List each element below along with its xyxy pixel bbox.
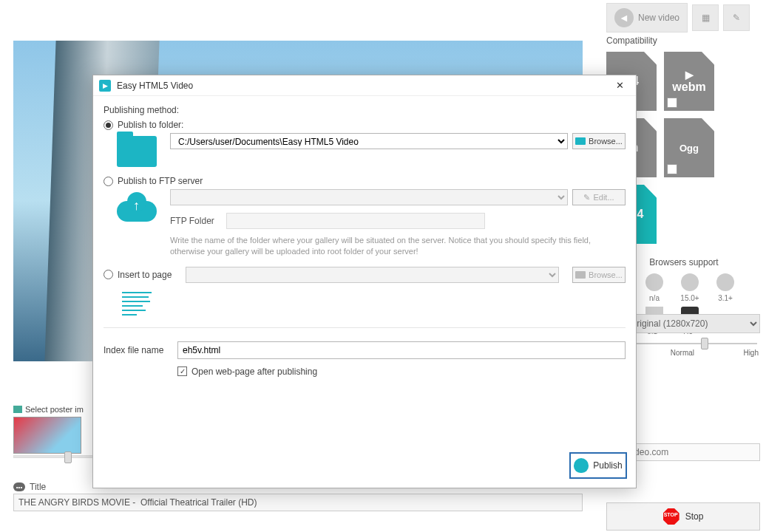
checkbox-icon[interactable]: [667, 164, 677, 174]
stop-label: Stop: [685, 511, 704, 522]
ftp-folder-label: FTP Folder: [170, 216, 214, 226]
radio-icon: [104, 120, 113, 130]
ftp-folder-input: [226, 213, 485, 229]
ftp-server-select: [170, 189, 568, 205]
dialog-title: Easy HTML5 Video: [117, 81, 609, 91]
cloud-upload-icon: ↑: [117, 192, 157, 222]
title-label: Title: [30, 482, 46, 492]
slider-normal: Normal: [671, 349, 694, 357]
image-icon: [13, 406, 22, 413]
ie-icon: [645, 273, 663, 291]
radio-icon: [104, 177, 113, 186]
new-video-button[interactable]: ◄ New video: [606, 3, 688, 33]
safari-icon: [716, 273, 734, 291]
close-button[interactable]: ✕: [609, 78, 630, 93]
publish-label: Publish: [593, 460, 622, 471]
radio-insert-page[interactable]: Insert to page Browse...: [104, 267, 626, 283]
browser-ie: n/a: [642, 273, 667, 302]
slider-high: High: [743, 349, 759, 357]
poster-label: Select poster im: [25, 405, 84, 414]
pencil-icon: ✎: [583, 193, 590, 202]
format-ogg[interactable]: Ogg: [664, 118, 714, 177]
stop-icon: [663, 508, 679, 525]
publish-button[interactable]: Publish: [569, 452, 627, 479]
film-button[interactable]: ▦: [692, 4, 719, 31]
index-label: Index file name: [104, 345, 177, 355]
title-input[interactable]: [13, 494, 583, 511]
browse-page-button: Browse...: [572, 267, 626, 283]
format-webm[interactable]: ▶webm: [664, 52, 714, 111]
wand-icon: ✎: [733, 13, 740, 23]
radio-publish-folder[interactable]: Publish to folder:: [104, 120, 626, 130]
poster-thumbnail[interactable]: [13, 417, 81, 454]
radio-icon: [104, 270, 113, 279]
folder-icon: [117, 136, 157, 167]
dots-icon: •••: [13, 482, 25, 491]
browse-folder-button[interactable]: Browse...: [572, 133, 626, 149]
insert-page-label: Insert to page: [118, 270, 181, 280]
new-video-label: New video: [638, 13, 679, 23]
film-icon: ▦: [702, 13, 710, 23]
wand-button[interactable]: ✎: [723, 4, 750, 31]
folder-path-select[interactable]: C:/Users/user/Documents\Easy HTML5 Video: [170, 133, 568, 149]
opera-icon: [681, 273, 699, 291]
insert-page-select: [186, 267, 559, 283]
stop-button[interactable]: Stop: [606, 502, 760, 531]
pub-method-heading: Publishing method:: [104, 105, 626, 115]
page-lines-icon: [121, 290, 153, 317]
checkbox-icon: ✓: [177, 366, 187, 376]
folder-sm-icon: [575, 271, 586, 279]
index-file-input[interactable]: [177, 341, 626, 359]
publish-dialog: ▶ Easy HTML5 Video ✕ Publishing method: …: [92, 75, 637, 488]
radio-publish-ftp[interactable]: Publish to FTP server: [104, 176, 626, 186]
publish-ftp-label: Publish to FTP server: [118, 176, 203, 186]
resolution-dropdown[interactable]: Original (1280x720): [625, 316, 759, 332]
compatibility-label: Compatibility: [606, 35, 762, 46]
open-after-checkbox[interactable]: ✓ Open web-page after publishing: [177, 366, 626, 377]
checkbox-icon[interactable]: [667, 98, 677, 108]
close-icon: ✕: [616, 80, 624, 91]
edit-ftp-button: ✎Edit...: [572, 189, 626, 205]
open-after-label: Open web-page after publishing: [192, 366, 317, 377]
ftp-hint: Write the name of the folder where your …: [170, 235, 626, 258]
publish-icon: [574, 458, 589, 473]
slider-thumb[interactable]: [701, 338, 708, 349]
browser-opera: 15.0+: [677, 273, 702, 302]
folder-sm-icon: [575, 137, 586, 145]
app-icon: ▶: [99, 80, 111, 92]
arrow-left-icon: ◄: [614, 8, 634, 27]
browser-safari: 3.1+: [713, 273, 738, 302]
publish-folder-label: Publish to folder:: [118, 120, 183, 130]
timeline-thumb[interactable]: [64, 451, 72, 463]
